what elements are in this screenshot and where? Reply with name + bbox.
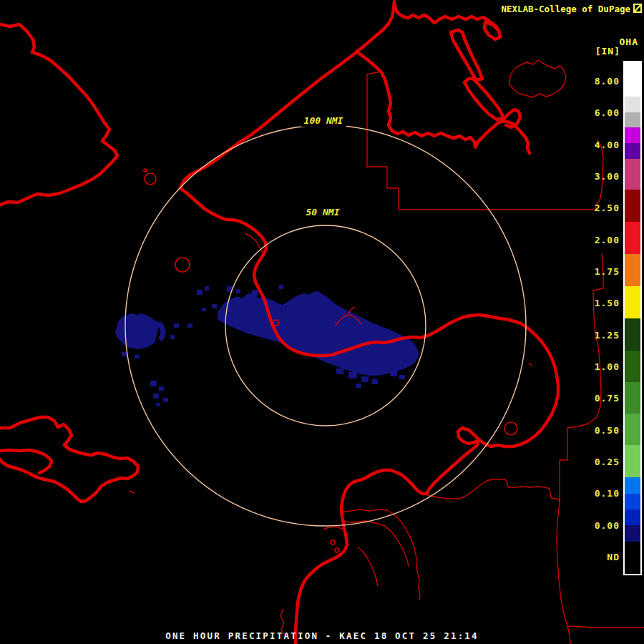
colorbar-tick-label: 0.50 — [595, 425, 620, 436]
precip-pixel — [236, 289, 240, 293]
colorbar-segment — [625, 477, 640, 494]
colorbar-segment — [625, 143, 640, 159]
colorbar-segment — [625, 159, 640, 190]
county-boundary — [343, 521, 409, 567]
coastline — [451, 30, 482, 80]
precip-pixel — [174, 323, 179, 328]
coastline — [180, 1, 497, 188]
attribution-text: NEXLAB-College of DuPage — [501, 4, 630, 14]
colorbar-segment — [625, 445, 640, 477]
colorbar-segment — [625, 382, 640, 414]
colorbar-tick-label: 2.00 — [595, 235, 620, 245]
colorbar-tick-label: 1.75 — [595, 266, 620, 277]
colorbar-tick-label: 1.00 — [595, 361, 620, 372]
precip-pixel — [399, 375, 405, 379]
units-label: [IN] — [595, 46, 620, 57]
county-boundary — [341, 509, 420, 600]
coastline — [484, 22, 500, 39]
precip-pixel — [159, 386, 164, 391]
county-boundary — [567, 626, 644, 628]
colorbar-tick-label: 1.50 — [595, 298, 620, 308]
colorbar-tick-label: 4.00 — [595, 140, 620, 150]
precip-pixel — [279, 285, 283, 289]
colorbar-tick-label: 2.50 — [595, 203, 620, 213]
colorbar-segment — [625, 190, 640, 222]
product-title: ONE HOUR PRECIPITATION - KAEC 18 OCT 25 … — [0, 630, 644, 641]
colorbar-tick-label: 8.00 — [595, 76, 620, 87]
coastline — [464, 79, 504, 119]
precip-pixel — [135, 355, 140, 358]
precip-pixel — [202, 308, 206, 311]
coastline — [0, 450, 52, 473]
precip-pixel — [252, 290, 258, 296]
precip-pixel — [187, 323, 192, 328]
county-boundary — [509, 60, 566, 97]
colorbar-segment — [625, 494, 640, 509]
range-ring-label: 50 NMI — [306, 207, 340, 218]
county-boundary — [427, 479, 560, 502]
precip-area — [218, 291, 419, 376]
colorbar-tick-label: 0.75 — [595, 393, 620, 404]
precip-pixel — [212, 304, 217, 308]
colorbar-segment — [625, 414, 640, 445]
precip-pixel — [348, 372, 357, 379]
precip-pixel — [153, 394, 159, 399]
colorbar-tick-label: 6.00 — [595, 107, 620, 118]
precip-pixel — [150, 381, 157, 386]
precip-pixel — [336, 369, 343, 374]
county-boundary — [129, 491, 135, 493]
range-ring-label: 100 NMI — [304, 115, 343, 126]
precip-pixel — [390, 371, 397, 376]
precip-pixel — [361, 376, 369, 382]
colorbar-segment — [625, 318, 640, 351]
colorbar-segment — [625, 222, 640, 254]
county-boundary — [323, 527, 344, 530]
colorbar-tick-label: 1.25 — [595, 330, 620, 341]
county-boundary — [529, 363, 532, 366]
island-outline — [175, 258, 190, 272]
county-boundary — [358, 547, 378, 586]
colorbar-tick-label: 3.00 — [595, 171, 620, 182]
coastline — [356, 52, 530, 153]
colorbar-tick-label: 0.25 — [595, 457, 620, 467]
attribution-row: NEXLAB-College of DuPage — [501, 4, 642, 14]
colorbar-segment — [625, 62, 640, 97]
precip-colorbar — [623, 61, 642, 575]
colorbar-tick-label: ND — [607, 552, 620, 562]
cod-logo-icon — [633, 4, 642, 14]
colorbar-segment — [625, 542, 640, 572]
colorbar-tick-label: 0.00 — [595, 520, 620, 531]
product-code-label: OHA — [620, 36, 638, 47]
colorbar-segment — [625, 351, 640, 382]
colorbar-segment — [625, 525, 640, 542]
colorbar-segment — [625, 509, 640, 525]
precip-pixel — [163, 398, 168, 402]
precip-pixel — [356, 384, 361, 388]
colorbar-segment — [625, 286, 640, 318]
precip-area — [115, 313, 166, 349]
island-outline — [145, 173, 156, 185]
radar-map: 50 NMI100 NMI — [0, 0, 644, 644]
island-outline — [144, 169, 147, 172]
precip-pixel — [372, 379, 378, 384]
precip-pixel — [156, 403, 160, 406]
precip-pixel — [197, 290, 203, 295]
precip-pixel — [170, 335, 175, 339]
island-outline — [335, 548, 339, 552]
colorbar-segment — [625, 97, 640, 112]
precip-pixel — [205, 286, 209, 291]
colorbar-segment — [625, 127, 640, 143]
county-boundary — [557, 254, 603, 644]
coastline — [0, 24, 117, 205]
island-outline — [504, 422, 517, 435]
colorbar-tick-label: 0.10 — [595, 488, 620, 499]
island-outline — [331, 540, 335, 545]
radar-display: 50 NMI100 NMI NEXLAB-College of DuPage O… — [0, 0, 644, 644]
precip-pixel — [122, 352, 127, 356]
coastline — [0, 417, 138, 502]
colorbar-segment — [625, 254, 640, 286]
colorbar-segment — [625, 112, 640, 127]
